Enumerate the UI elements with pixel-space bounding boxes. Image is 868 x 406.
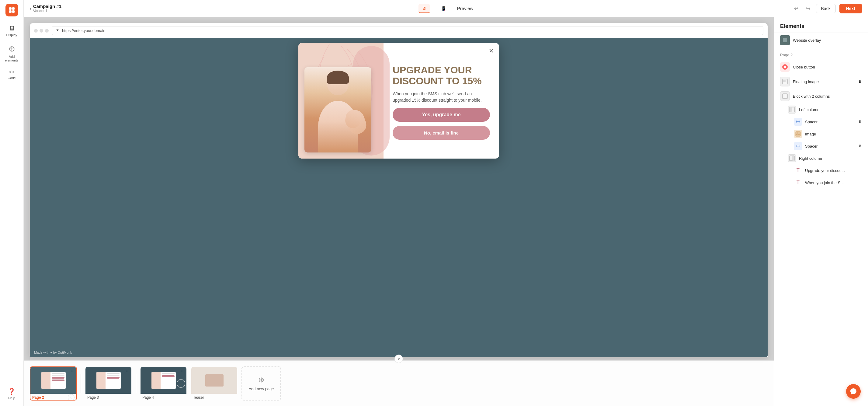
url-bar[interactable]: 👁 https://enter.your.domain — [52, 26, 764, 35]
image-icon — [794, 130, 802, 138]
thumb-left-btn[interactable]: ‹ — [68, 394, 74, 401]
sidebar-display-label: Display — [6, 33, 17, 37]
svg-rect-12 — [783, 80, 785, 82]
thumb-line-2 — [52, 375, 64, 376]
thumb-btn-2 — [52, 379, 64, 381]
close-button-icon — [780, 62, 790, 72]
panel-right-col-label: Right column — [799, 156, 822, 161]
undo-btn[interactable]: ↩ — [792, 4, 801, 13]
panel-item-block-columns[interactable]: Block with 2 columns — [774, 89, 868, 104]
spacer1-icon — [794, 118, 802, 126]
panel-divider-1 — [780, 49, 862, 49]
next-btn[interactable]: Next — [839, 4, 862, 13]
sidebar-item-display[interactable]: 🖥 Display — [2, 23, 22, 39]
left-column-icon — [788, 106, 796, 114]
header-center: 🖥 📱 Preview — [418, 4, 473, 13]
page3-thumb-preview: ··· — [86, 367, 131, 394]
page4-next-nav-btn[interactable]: › — [177, 379, 185, 388]
sidebar-item-code[interactable]: <> Code — [2, 67, 22, 82]
teaser-thumbnail[interactable]: Teaser — [191, 367, 238, 401]
display-icon: 🖥 — [9, 25, 15, 32]
panel-sub-item-image[interactable]: Image — [774, 128, 868, 140]
page2-mini-popup — [41, 372, 66, 389]
chat-support-btn[interactable] — [846, 384, 861, 399]
page2-thumbnail[interactable]: ··· Page 2 ‹ — [30, 367, 77, 401]
panel-overlay-label: Website overlay — [793, 38, 821, 42]
block-columns-icon — [780, 91, 790, 101]
back-chevron-icon: ‹ — [30, 6, 31, 11]
sidebar-code-label: Code — [8, 76, 16, 80]
panel-image-label: Image — [805, 132, 816, 136]
sidebar-item-help[interactable]: ❓ Help — [2, 385, 22, 402]
panel-sub-item-when-text[interactable]: T When you join the S... — [774, 176, 868, 189]
page3-options-btn[interactable]: ··· — [126, 368, 130, 373]
dot-green — [45, 29, 49, 33]
when-text-icon: T — [794, 179, 802, 186]
thumb3-mini-left — [96, 372, 105, 389]
page4-label: Page 4 — [142, 395, 154, 400]
popup-close-btn[interactable]: ✕ — [487, 47, 495, 55]
panel-float-label: Floating image — [793, 80, 819, 84]
campaign-title: Campaign #1 — [33, 4, 61, 9]
spacer1-device-icon: 🖥 — [858, 120, 862, 124]
svg-rect-7 — [783, 38, 787, 42]
code-icon: <> — [9, 69, 14, 75]
panel-left-col-label: Left column — [799, 108, 819, 112]
right-column-icon — [788, 154, 796, 162]
mobile-device-btn[interactable]: 📱 — [437, 4, 450, 13]
page3-label: Page 3 — [87, 395, 99, 400]
page2-label: Page 2 — [32, 395, 44, 400]
thumb4-mini-left — [151, 372, 161, 389]
panel-sub-item-spacer-1[interactable]: Spacer 🖥 — [774, 116, 868, 128]
browser-window: 👁 https://enter.your.domain — [30, 23, 768, 357]
svg-rect-20 — [796, 132, 801, 136]
sidebar-item-add-elements[interactable]: ⊕ Add elements — [2, 42, 22, 64]
svg-rect-1 — [12, 7, 14, 10]
panel-sub-item-left-column[interactable]: Left column — [774, 104, 868, 116]
page2-options-btn[interactable]: ··· — [71, 368, 74, 373]
popup-modal: ✕ UPGRADE YOUR DISCOUNT TO 15% When you … — [298, 43, 499, 158]
help-icon: ❓ — [8, 388, 16, 395]
floating-image-icon — [780, 77, 790, 86]
panel-item-close-button[interactable]: Close button — [774, 60, 868, 74]
page4-options-btn[interactable]: ··· — [181, 368, 185, 373]
panel-spacer2-label: Spacer — [805, 144, 817, 148]
teaser-label-row: Teaser — [191, 394, 237, 401]
redo-btn[interactable]: ↪ — [804, 4, 812, 13]
collapse-thumbnails-btn[interactable]: ∨ — [395, 354, 403, 363]
page4-label-row: Page 4 — [141, 394, 186, 401]
panel-item-floating-image[interactable]: Floating image 🖥 — [774, 74, 868, 89]
thumb4-mini-right — [161, 372, 176, 389]
plus-circle-icon: ⊕ — [258, 376, 264, 384]
page3-mini-popup — [96, 372, 121, 389]
panel-page2-section: Page 2 — [774, 50, 868, 60]
page4-thumbnail[interactable]: ··· › Page 4 — [140, 367, 187, 401]
teaser-thumb-preview — [191, 367, 237, 394]
popup-no-btn[interactable]: No, email is fine — [393, 126, 490, 140]
panel-sub-item-right-column[interactable]: Right column — [774, 152, 868, 164]
page3-thumbnail[interactable]: ··· Page 3 — [85, 367, 132, 401]
top-header: ‹ Campaign #1 Variant 1 🖥 📱 Preview ↩ ↪ … — [24, 0, 868, 17]
chevron-down-icon: ∨ — [398, 357, 400, 361]
right-panel: Elements Website overlay Page 2 Close bu… — [774, 17, 868, 406]
left-sidebar: 🖥 Display ⊕ Add elements <> Code ❓ Help — [0, 0, 24, 406]
panel-when-text-label: When you join the S... — [805, 180, 844, 185]
back-nav-btn[interactable]: ‹ Campaign #1 Variant 1 — [30, 4, 61, 13]
panel-sub-item-upgrade-text[interactable]: T Upgrade your discou... — [774, 164, 868, 176]
desktop-icon: 🖥 — [422, 6, 426, 11]
app-logo — [5, 4, 18, 17]
add-page-btn[interactable]: ⊕ Add new page — [242, 367, 281, 401]
thumb3-mini-right — [105, 372, 121, 389]
panel-divider-bottom — [780, 190, 862, 190]
popup-heading: UPGRADE YOUR DISCOUNT TO 15% — [393, 65, 490, 86]
back-text-btn[interactable]: Back — [816, 4, 836, 13]
svg-rect-16 — [789, 107, 792, 112]
thumb4-line-1 — [162, 373, 175, 374]
popup-left-panel — [298, 43, 383, 158]
panel-item-website-overlay[interactable]: Website overlay — [774, 33, 868, 48]
teaser-label: Teaser — [193, 395, 204, 400]
thumb-mini-right — [51, 372, 66, 389]
popup-yes-btn[interactable]: Yes, upgrade me — [393, 108, 490, 122]
panel-sub-item-spacer-2[interactable]: Spacer 🖥 — [774, 140, 868, 152]
desktop-device-btn[interactable]: 🖥 — [418, 4, 430, 13]
